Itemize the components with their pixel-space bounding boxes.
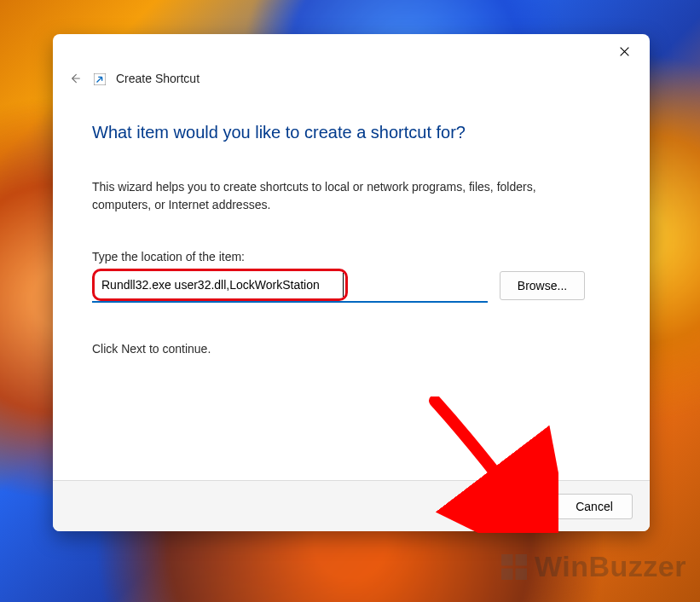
close-button[interactable] <box>610 38 638 65</box>
watermark-logo-icon <box>499 552 529 582</box>
tutorial-highlight-box <box>92 269 348 301</box>
input-focus-underline <box>92 301 488 303</box>
back-button[interactable] <box>65 68 85 89</box>
svg-rect-4 <box>516 568 528 580</box>
back-arrow-icon <box>68 72 82 85</box>
location-label: Type the location of the item: <box>92 250 610 263</box>
continue-hint: Click Next to continue. <box>92 342 610 356</box>
watermark: WinBuzzer <box>499 550 686 583</box>
browse-button[interactable]: Browse... <box>500 271 585 300</box>
wizard-heading: What item would you like to create a sho… <box>92 123 610 142</box>
create-shortcut-dialog: Create Shortcut What item would you like… <box>53 34 650 531</box>
next-button[interactable]: Next <box>471 494 547 519</box>
dialog-title: Create Shortcut <box>116 72 200 85</box>
watermark-text: WinBuzzer <box>535 550 686 583</box>
shortcut-overlay-icon <box>94 72 107 85</box>
cancel-button[interactable]: Cancel <box>556 494 633 519</box>
svg-rect-1 <box>501 554 513 566</box>
dialog-footer: Next Cancel <box>53 480 650 531</box>
svg-rect-2 <box>516 554 528 566</box>
wizard-description: This wizard helps you to create shortcut… <box>92 178 570 214</box>
svg-rect-3 <box>501 568 513 580</box>
location-input[interactable] <box>96 273 344 297</box>
close-icon <box>619 46 630 57</box>
